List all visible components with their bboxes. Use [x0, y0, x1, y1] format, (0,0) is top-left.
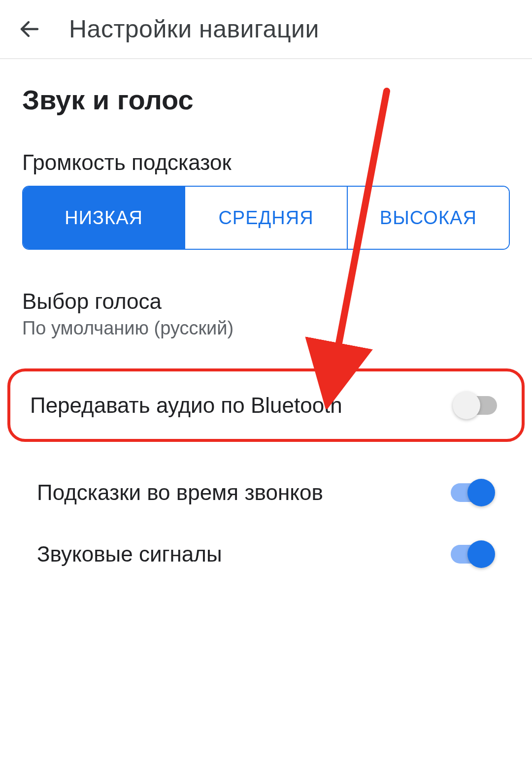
volume-segmented-control: НИЗКАЯ СРЕДНЯЯ ВЫСОКАЯ — [22, 186, 510, 250]
volume-option-medium[interactable]: СРЕДНЯЯ — [184, 187, 346, 249]
arrow-left-icon — [18, 17, 41, 41]
sound-signals-switch[interactable] — [446, 542, 495, 567]
bluetooth-audio-label: Передавать аудио по Bluetooth — [30, 391, 453, 419]
voice-selection-label: Выбор голоса — [22, 289, 510, 314]
header-bar: Настройки навигации — [0, 0, 532, 59]
page-title: Настройки навигации — [69, 15, 319, 43]
back-button[interactable] — [15, 14, 44, 44]
bluetooth-audio-row[interactable]: Передавать аудио по Bluetooth — [7, 368, 525, 442]
voice-selection-value: По умолчанию (русский) — [22, 318, 510, 339]
sound-signals-row[interactable]: Звуковые сигналы — [22, 523, 510, 585]
calls-hints-label: Подсказки во время звонков — [37, 478, 446, 506]
switch-thumb — [467, 540, 495, 568]
section-title: Звук и голос — [22, 84, 510, 116]
volume-option-high[interactable]: ВЫСОКАЯ — [347, 187, 509, 249]
switch-thumb — [467, 479, 495, 506]
switch-thumb — [453, 392, 480, 419]
calls-hints-row[interactable]: Подсказки во время звонков — [22, 462, 510, 523]
voice-selection-row[interactable]: Выбор голоса По умолчанию (русский) — [22, 289, 510, 339]
sound-signals-label: Звуковые сигналы — [37, 540, 446, 568]
bluetooth-audio-switch[interactable] — [453, 393, 502, 418]
volume-option-low[interactable]: НИЗКАЯ — [23, 187, 184, 249]
content: Звук и голос Громкость подсказок НИЗКАЯ … — [0, 59, 532, 585]
calls-hints-switch[interactable] — [446, 480, 495, 505]
volume-label: Громкость подсказок — [22, 150, 510, 175]
